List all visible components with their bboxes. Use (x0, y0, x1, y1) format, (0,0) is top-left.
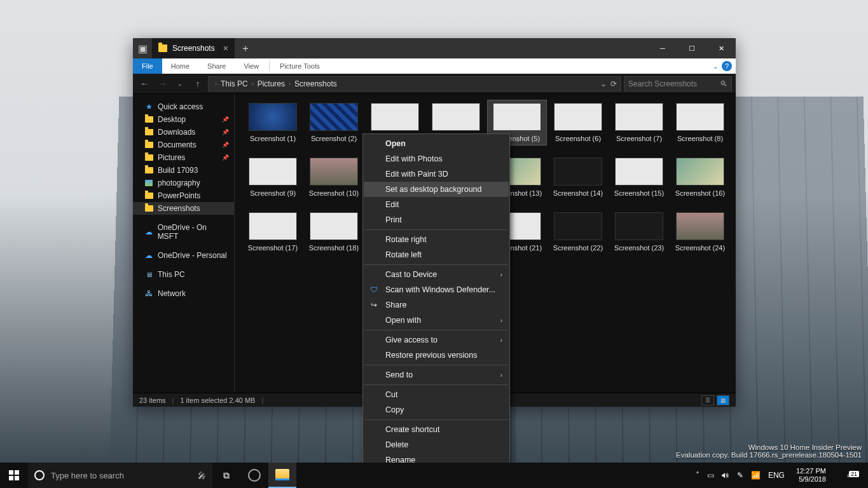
maximize-button[interactable]: ☐ (677, 38, 706, 58)
app-obs[interactable] (240, 463, 268, 488)
file-thumbnail[interactable]: Screenshot (24) (673, 212, 727, 252)
titlebar[interactable]: ▣ Screenshots × ＋ ─ ☐ ✕ (133, 38, 736, 58)
file-thumbnail[interactable]: Screenshot (17) (246, 212, 300, 252)
tab-label: Screenshots (172, 44, 215, 53)
menu-print[interactable]: Print (364, 212, 509, 227)
sidebar-desktop[interactable]: Desktop📌 (133, 113, 234, 126)
search-box[interactable]: Search Screenshots 🔍︎ (624, 76, 732, 92)
file-thumbnail[interactable]: Screenshot (7) (612, 103, 666, 142)
forward-button[interactable]: → (155, 79, 170, 88)
sidebar-downloads[interactable]: Downloads📌 (133, 126, 234, 139)
sidebar-quick-access[interactable]: ★Quick access (133, 100, 234, 113)
window-tab[interactable]: Screenshots × (152, 38, 235, 58)
ribbon-file[interactable]: File (133, 58, 162, 74)
folder-icon (145, 129, 153, 135)
chevron-right-icon: › (500, 372, 502, 379)
menu-cut[interactable]: Cut (364, 387, 509, 402)
menu-give-access[interactable]: Give access to› (364, 332, 509, 348)
menu-rotate-right[interactable]: Rotate right (364, 232, 509, 247)
menu-edit-paint3d[interactable]: Edit with Paint 3D (364, 166, 509, 182)
menu-rotate-left[interactable]: Rotate left (364, 247, 509, 262)
thumbnail-image (615, 103, 663, 131)
ribbon-collapse-icon[interactable]: ⌄ (713, 63, 718, 70)
address-bar[interactable]: › This PC › Pictures › Screenshots ⌄ ⟳ (208, 76, 621, 92)
sidebar-pictures[interactable]: Pictures📌 (133, 151, 234, 164)
language-indicator[interactable]: ENG (768, 471, 785, 480)
new-tab-button[interactable]: ＋ (235, 38, 256, 58)
menu-edit[interactable]: Edit (364, 197, 509, 212)
sidebar-onedrive-personal[interactable]: ☁OneDrive - Personal (133, 249, 234, 262)
file-label: Screenshot (8) (677, 135, 723, 142)
sidebar-photography[interactable]: photography (133, 177, 234, 189)
breadcrumb-pictures[interactable]: Pictures (256, 79, 286, 88)
close-tab-icon[interactable]: × (223, 43, 228, 53)
menu-edit-photos[interactable]: Edit with Photos (364, 151, 509, 166)
file-thumbnail[interactable]: Screenshot (10) (307, 158, 361, 197)
menu-delete[interactable]: Delete (364, 437, 509, 452)
thumbnails-view-button[interactable]: ▦ (717, 395, 729, 405)
taskbar-search[interactable]: Type here to search 🎤︎ (28, 463, 212, 488)
file-thumbnail[interactable]: Screenshot (23) (612, 212, 666, 252)
volume-icon[interactable]: 🔊︎ (722, 471, 729, 480)
start-button[interactable] (0, 463, 28, 488)
address-dropdown-icon[interactable]: ⌄ (600, 79, 607, 88)
file-thumbnail[interactable]: Screenshot (1) (246, 103, 300, 142)
breadcrumb-screenshots[interactable]: Screenshots (293, 79, 338, 88)
chevron-right-icon[interactable]: › (289, 81, 291, 87)
task-view-button[interactable]: ⧉ (212, 463, 240, 488)
sets-icon[interactable]: ▣ (133, 38, 152, 58)
battery-icon[interactable]: ▭ (707, 471, 714, 480)
close-button[interactable]: ✕ (706, 38, 736, 58)
sidebar-documents[interactable]: Documents📌 (133, 139, 234, 151)
sidebar-build[interactable]: Build 17093 (133, 164, 234, 177)
navigation-pane[interactable]: ★Quick access Desktop📌 Downloads📌 Docume… (133, 94, 235, 393)
file-thumbnail[interactable]: Screenshot (9) (246, 158, 300, 197)
chevron-right-icon[interactable]: › (215, 81, 217, 87)
sidebar-screenshots[interactable]: Screenshots (133, 202, 234, 215)
minimize-button[interactable]: ─ (648, 38, 677, 58)
menu-defender[interactable]: 🛡Scan with Windows Defender... (364, 282, 509, 297)
chevron-right-icon[interactable]: › (252, 81, 254, 87)
clock[interactable]: 12:27 PM 5/9/2018 (792, 467, 830, 484)
sidebar-this-pc[interactable]: 🖥This PC (133, 268, 234, 281)
menu-cast-to-device[interactable]: Cast to Device› (364, 267, 509, 282)
ribbon-share[interactable]: Share (198, 58, 235, 74)
ribbon-view[interactable]: View (235, 58, 268, 74)
ribbon-picture-tools[interactable]: Picture Tools (271, 58, 329, 74)
details-view-button[interactable]: ☰ (701, 395, 714, 405)
breadcrumb-root[interactable]: This PC (219, 79, 249, 88)
menu-send-to[interactable]: Send to› (364, 367, 509, 383)
back-button[interactable]: ← (137, 79, 152, 88)
menu-create-shortcut[interactable]: Create shortcut (364, 422, 509, 437)
menu-set-desktop-bg[interactable]: Set as desktop background (364, 182, 509, 197)
file-thumbnail[interactable]: Screenshot (15) (612, 158, 666, 197)
help-icon[interactable]: ? (722, 61, 732, 71)
menu-open[interactable]: Open (364, 136, 509, 151)
file-thumbnail[interactable]: Screenshot (6) (551, 103, 605, 142)
ribbon: File Home Share View Picture Tools ⌄ ? (133, 58, 736, 74)
svg-rect-2 (9, 476, 13, 480)
app-file-explorer[interactable] (268, 463, 296, 488)
refresh-icon[interactable]: ⟳ (610, 79, 617, 88)
file-thumbnail[interactable]: Screenshot (18) (307, 212, 361, 252)
file-thumbnail[interactable]: Screenshot (14) (551, 158, 605, 197)
tray-overflow-icon[interactable]: ˄ (696, 471, 699, 480)
menu-share[interactable]: ↪Share (364, 297, 509, 313)
file-thumbnail[interactable]: Screenshot (2) (307, 103, 361, 142)
file-thumbnail[interactable]: Screenshot (16) (673, 158, 727, 197)
sidebar-network[interactable]: 🖧Network (133, 287, 234, 300)
menu-restore-versions[interactable]: Restore previous versions (364, 348, 509, 363)
file-thumbnail[interactable]: Screenshot (22) (551, 212, 605, 252)
file-thumbnail[interactable]: Screenshot (8) (673, 103, 727, 142)
wifi-icon[interactable]: 📶 (751, 471, 761, 480)
sidebar-onedrive-msft[interactable]: ☁OneDrive - On MSFT (133, 221, 234, 243)
ribbon-home[interactable]: Home (162, 58, 198, 74)
mic-icon[interactable]: 🎤︎ (198, 471, 206, 480)
up-button[interactable]: ↑ (190, 79, 205, 88)
action-center-button[interactable]: ▭ 21 (837, 471, 863, 480)
sidebar-powerpoints[interactable]: PowerPoints (133, 189, 234, 202)
pen-icon[interactable]: ✎ (737, 471, 743, 480)
menu-open-with[interactable]: Open with› (364, 313, 509, 328)
menu-copy[interactable]: Copy (364, 402, 509, 417)
recent-dropdown[interactable]: ⌄ (172, 81, 188, 87)
